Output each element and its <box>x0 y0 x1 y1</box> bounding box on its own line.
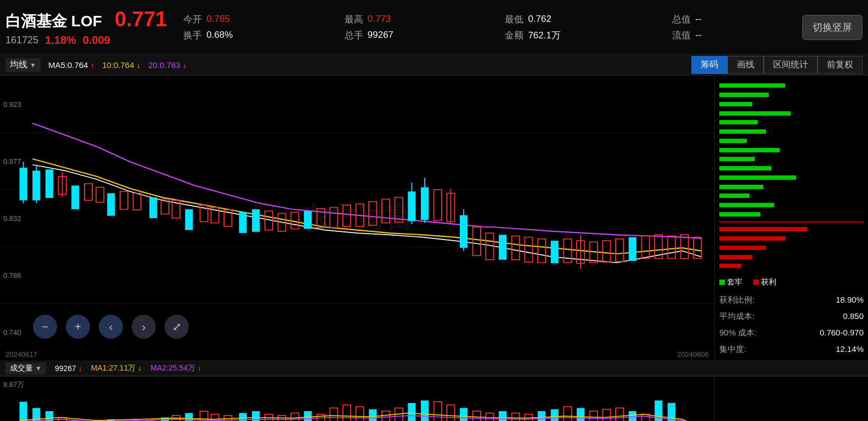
svg-rect-25 <box>252 209 260 232</box>
date-labels: 20240617 20240806 <box>0 350 714 359</box>
zoom-out-button[interactable]: − <box>33 315 57 339</box>
avg-cost-label: 平均成本: <box>719 308 754 325</box>
svg-rect-89 <box>330 408 337 421</box>
tab-range-stats[interactable]: 区间统计 <box>764 56 818 74</box>
chip-legend: 套牢 获利 <box>719 277 864 287</box>
price-change-val: 0.009 <box>83 34 110 47</box>
svg-rect-98 <box>447 405 454 421</box>
svg-rect-47 <box>486 233 493 260</box>
total-hand-label: 总手 <box>345 29 363 42</box>
scroll-right-button[interactable]: › <box>132 315 156 339</box>
volume-right-panel <box>714 377 868 421</box>
profit-ratio-label: 获利比例: <box>719 292 754 308</box>
flow-val-label: 流值 <box>672 29 691 42</box>
svg-rect-110 <box>602 409 610 421</box>
svg-rect-29 <box>304 211 312 229</box>
scroll-left-button[interactable]: ‹ <box>99 315 123 339</box>
svg-rect-58 <box>616 239 623 261</box>
chip-bar-row <box>719 165 864 172</box>
svg-rect-62 <box>668 236 675 259</box>
ma-tab-bar: 均线 ▼ MA5:0.764 ↑ 10:0.764 ↓ 20:0.783 ↓ 筹… <box>0 55 868 76</box>
svg-rect-93 <box>382 411 390 421</box>
chip-bar-row <box>719 202 864 208</box>
zoom-in-button[interactable]: + <box>66 315 90 339</box>
svg-rect-9 <box>71 185 79 209</box>
chip-bar-row <box>719 211 864 218</box>
tab-draw[interactable]: 画线 <box>728 56 764 74</box>
svg-rect-31 <box>330 208 337 228</box>
avg-cost-val: 0.850 <box>843 308 864 325</box>
date-end: 20240806 <box>677 350 709 359</box>
ma20: 20:0.783 ↓ <box>148 60 187 70</box>
expand-button[interactable]: ⤢ <box>165 315 189 339</box>
svg-rect-53 <box>563 239 571 263</box>
ma-selector[interactable]: 均线 ▼ <box>5 58 41 72</box>
svg-rect-49 <box>512 236 520 260</box>
legend-profit-icon <box>753 280 759 285</box>
low-val: 0.762 <box>528 14 551 25</box>
total-val-label: 总值 <box>672 13 691 26</box>
today-open-label: 今开 <box>183 13 202 26</box>
chip-bar-row <box>719 254 864 260</box>
chart-tabs: 筹码 画线 区间统计 前复权 <box>691 56 863 74</box>
date-start: 20240617 <box>5 350 37 359</box>
total-hand-val: 99267 <box>368 30 393 41</box>
chip-bar-row <box>719 128 864 135</box>
stat-today-open: 今开 0.765 <box>183 13 323 26</box>
svg-rect-96 <box>421 401 429 421</box>
tab-chip[interactable]: 筹码 <box>691 56 728 74</box>
svg-rect-24 <box>239 212 247 233</box>
stats-grid: 今开 0.765 最高 0.773 最低 0.762 总值 -- 换手 0.68… <box>183 13 791 42</box>
chip-bar-row <box>719 192 864 199</box>
exchange-val: 0.68% <box>206 30 233 41</box>
chip-separator <box>719 221 864 223</box>
svg-rect-8 <box>46 169 53 198</box>
svg-rect-86 <box>291 413 298 421</box>
stat-flow-val: 流值 -- <box>672 29 791 42</box>
svg-rect-35 <box>382 199 390 223</box>
concentration-val: 12.14% <box>836 341 864 357</box>
vol-selector[interactable]: 成交量 ▼ <box>5 362 46 374</box>
svg-rect-15 <box>84 184 92 200</box>
svg-rect-10 <box>107 194 115 216</box>
vol-selector-label: 成交量 <box>10 363 33 373</box>
svg-rect-112 <box>629 411 636 421</box>
svg-rect-87 <box>304 411 312 421</box>
svg-rect-65 <box>20 402 27 421</box>
svg-rect-18 <box>133 194 141 210</box>
chip-bar-row <box>719 138 864 144</box>
chip-bar-row <box>719 174 864 181</box>
chart-container: 0.923 0.877 0.832 0.786 0.740 东方财富 <box>0 76 868 361</box>
flow-val: -- <box>695 30 701 41</box>
vol-axis-label: 8.87万 <box>3 380 24 390</box>
svg-rect-11 <box>149 197 157 218</box>
low-label: 最低 <box>505 13 523 26</box>
chip-bars <box>719 79 864 273</box>
svg-rect-92 <box>369 409 376 421</box>
chip-bar-row <box>719 92 864 98</box>
profit-ratio-val: 18.90% <box>836 292 864 308</box>
amount-val: 762.1万 <box>528 29 561 42</box>
tab-pre-restore[interactable]: 前复权 <box>818 56 863 74</box>
stat-exchange: 换手 0.68% <box>183 29 323 42</box>
svg-rect-48 <box>499 235 506 260</box>
svg-rect-102 <box>499 411 506 421</box>
switch-screen-button[interactable]: 切换竖屏 <box>802 15 863 40</box>
svg-rect-95 <box>408 403 415 421</box>
exchange-label: 换手 <box>183 29 202 42</box>
chip-bar-row <box>719 226 864 232</box>
stock-title: 白酒基金 LOF 0.771 161725 1.18% 0.009 <box>5 8 167 47</box>
price-main: 0.771 <box>115 8 167 31</box>
chip-stat-cost-90: 90% 成本: 0.760-0.970 <box>719 325 864 341</box>
today-open-val: 0.765 <box>206 14 230 25</box>
svg-rect-60 <box>641 236 649 259</box>
svg-rect-107 <box>563 407 571 421</box>
chip-bar-row <box>719 110 864 117</box>
chip-bar-row <box>719 263 864 269</box>
svg-rect-50 <box>525 237 532 263</box>
volume-svg <box>0 377 714 421</box>
total-val: -- <box>695 14 701 25</box>
svg-rect-91 <box>356 407 364 421</box>
svg-rect-106 <box>551 409 559 421</box>
stock-name: 白酒基金 LOF <box>5 13 102 30</box>
